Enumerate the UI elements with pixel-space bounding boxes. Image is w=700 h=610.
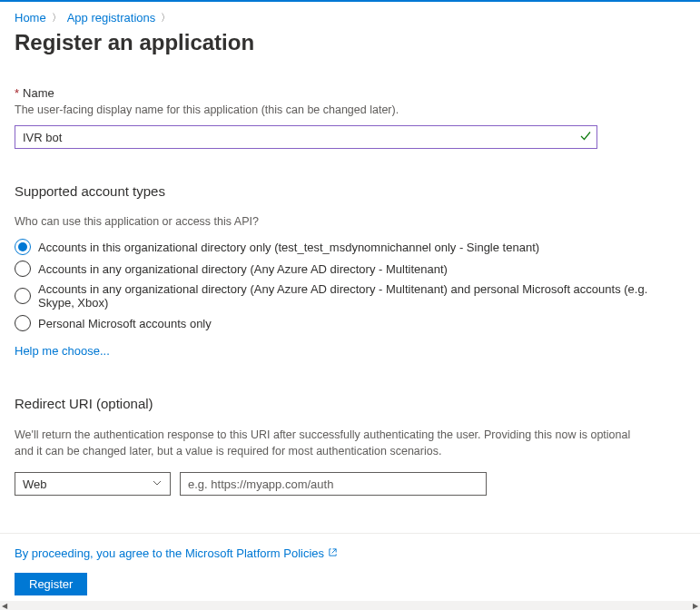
radio-label: Personal Microsoft accounts only <box>38 317 212 330</box>
name-input[interactable] <box>15 125 597 149</box>
account-types-radio-group: Accounts in this organizational director… <box>15 239 685 331</box>
radio-personal-only[interactable]: Personal Microsoft accounts only <box>15 315 685 331</box>
footer: By proceeding, you agree to the Microsof… <box>0 533 700 610</box>
breadcrumb-app-registrations[interactable]: App registrations <box>67 11 156 25</box>
chevron-right-icon: 〉 <box>161 11 171 25</box>
register-button[interactable]: Register <box>15 573 87 595</box>
name-label: *Name <box>15 86 685 100</box>
redirect-uri-input[interactable] <box>180 472 487 496</box>
platform-select-value: Web <box>23 477 47 491</box>
redirect-uri-description: We'll return the authentication response… <box>15 428 632 459</box>
radio-label: Accounts in this organizational director… <box>38 241 539 254</box>
radio-multitenant-personal[interactable]: Accounts in any organizational directory… <box>15 282 685 310</box>
redirect-uri-heading: Redirect URI (optional) <box>15 396 685 411</box>
chevron-down-icon <box>152 477 163 491</box>
radio-multitenant[interactable]: Accounts in any organizational directory… <box>15 261 685 277</box>
name-description: The user-facing display name for this ap… <box>15 103 685 116</box>
page-title: Register an application <box>15 30 685 55</box>
breadcrumb: Home 〉 App registrations 〉 <box>15 11 685 25</box>
required-asterisk-icon: * <box>15 86 19 100</box>
radio-label: Accounts in any organizational directory… <box>38 262 448 276</box>
account-types-heading: Supported account types <box>15 183 685 199</box>
radio-icon <box>15 239 31 255</box>
horizontal-scrollbar[interactable]: ◀ ▶ <box>0 601 700 610</box>
radio-label: Accounts in any organizational directory… <box>38 282 685 310</box>
radio-icon <box>15 315 31 331</box>
chevron-right-icon: 〉 <box>52 11 62 25</box>
platform-select[interactable]: Web <box>15 472 171 496</box>
breadcrumb-home[interactable]: Home <box>15 11 46 25</box>
scroll-right-icon: ▶ <box>691 602 700 610</box>
account-types-question: Who can use this application or access t… <box>15 215 685 228</box>
help-me-choose-link[interactable]: Help me choose... <box>15 344 110 358</box>
external-link-icon <box>328 546 338 560</box>
platform-policies-link[interactable]: By proceeding, you agree to the Microsof… <box>15 546 338 560</box>
radio-icon <box>15 261 31 277</box>
radio-icon <box>15 288 31 304</box>
radio-single-tenant[interactable]: Accounts in this organizational director… <box>15 239 685 255</box>
scroll-left-icon: ◀ <box>0 602 9 610</box>
